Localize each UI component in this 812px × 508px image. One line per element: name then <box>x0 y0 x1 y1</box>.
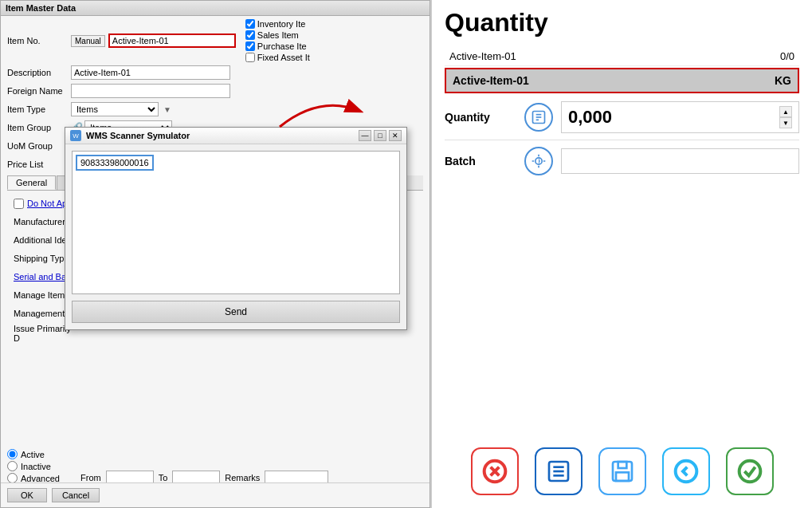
quantity-value: 0,000 <box>568 107 612 128</box>
status-inactive-row: Inactive <box>7 461 60 471</box>
fixed-asset-row: Fixed Asset It <box>245 53 310 62</box>
save-action-button[interactable] <box>598 447 646 495</box>
item-master-panel: Item Master Data Item No. Manual Invento… <box>0 0 430 508</box>
quantity-label: Quantity <box>445 111 524 124</box>
ok-button[interactable]: OK <box>7 488 47 502</box>
description-label: Description <box>7 68 71 77</box>
inventory-item-checkbox[interactable] <box>245 19 255 29</box>
dropdown-arrow-icon: ▼ <box>163 105 171 114</box>
item-name-1: Active-Item-01 <box>449 50 516 62</box>
cancel-action-button[interactable] <box>471 447 519 495</box>
quantity-value-box[interactable]: 0,000 ▲ ▼ <box>561 101 799 133</box>
price-list-label: Price List <box>7 159 71 169</box>
status-advanced-label: Advanced <box>21 474 60 483</box>
status-inactive-label: Inactive <box>21 462 51 471</box>
wms-content: 90833398000016 Send <box>65 144 406 329</box>
confirm-action-button[interactable] <box>726 447 774 495</box>
quantity-spinners: ▲ ▼ <box>779 106 792 128</box>
cancel-button[interactable]: Cancel <box>52 488 100 502</box>
foreign-name-input[interactable] <box>71 84 230 98</box>
bottom-buttons: OK Cancel <box>1 482 430 507</box>
quantity-row: Quantity 0,000 ▲ ▼ <box>445 101 799 140</box>
quantity-spin-down[interactable]: ▼ <box>779 117 792 128</box>
inventory-item-row: Inventory Ite <box>245 19 310 29</box>
status-active-label: Active <box>21 450 45 459</box>
svg-point-16 <box>675 461 696 482</box>
wms-scanner-input-value: 90833398000016 <box>76 155 154 171</box>
fixed-asset-checkbox[interactable] <box>245 53 255 62</box>
description-row: Description <box>7 65 423 81</box>
tab-general[interactable]: General <box>7 175 56 190</box>
purchase-item-label: Purchase Ite <box>257 41 307 51</box>
bottom-action-bar <box>432 447 812 495</box>
wms-scanner-dialog: W WMS Scanner Symulator — □ ✕ 9083339800… <box>65 127 407 330</box>
quantity-panel: Quantity Active-Item-01 0/0 Active-Item-… <box>430 0 812 508</box>
back-action-button[interactable] <box>662 447 710 495</box>
item-qty-1: 0/0 <box>780 50 794 62</box>
item-type-select[interactable]: Items <box>71 102 159 116</box>
remarks-label: Remarks <box>225 473 260 482</box>
item-no-row: Item No. Manual Inventory Ite Sales Item… <box>7 19 423 62</box>
wms-title-bar: W WMS Scanner Symulator — □ ✕ <box>65 128 406 144</box>
status-active-radio[interactable] <box>7 449 18 459</box>
inventory-item-label: Inventory Ite <box>257 19 306 29</box>
batch-input[interactable] <box>561 148 799 174</box>
sales-item-label: Sales Item <box>257 30 299 40</box>
item-no-label: Item No. <box>7 36 71 45</box>
sales-item-checkbox[interactable] <box>245 30 255 40</box>
panel-title: Item Master Data <box>1 1 430 16</box>
wms-close-button[interactable]: ✕ <box>389 130 402 141</box>
batch-label: Batch <box>445 155 524 167</box>
manual-badge: Manual <box>71 35 105 47</box>
to-label: To <box>159 473 168 482</box>
item-unit-2: KG <box>775 74 791 87</box>
item-group-label: Item Group <box>7 123 71 132</box>
sales-item-row: Sales Item <box>245 30 310 40</box>
svg-rect-15 <box>616 472 629 481</box>
wms-title-icon: W <box>70 130 81 141</box>
foreign-name-label: Foreign Name <box>7 86 71 96</box>
wms-textarea-area[interactable]: 90833398000016 <box>72 151 400 294</box>
purchase-item-checkbox[interactable] <box>245 41 255 51</box>
quantity-calculator-button[interactable] <box>524 103 553 132</box>
item-no-input[interactable] <box>108 33 236 48</box>
quantity-spin-up[interactable]: ▲ <box>779 106 792 117</box>
item-type-label: Item Type <box>7 104 71 114</box>
svg-point-17 <box>739 461 760 482</box>
purchase-item-row: Purchase Ite <box>245 41 310 51</box>
fixed-asset-label: Fixed Asset It <box>257 53 310 62</box>
foreign-name-row: Foreign Name <box>7 83 423 99</box>
description-input[interactable] <box>71 65 230 80</box>
item-row-2: Active-Item-01 KG <box>445 68 799 93</box>
do-not-apply-checkbox[interactable] <box>14 199 24 209</box>
batch-row: Batch <box>445 147 799 182</box>
list-action-button[interactable] <box>535 447 583 495</box>
status-area: Active Inactive Advanced <box>7 449 60 483</box>
quantity-title: Quantity <box>445 8 799 37</box>
checkbox-group: Inventory Ite Sales Item Purchase Ite Fi… <box>245 19 310 62</box>
wms-title-controls: — □ ✕ <box>359 130 402 141</box>
status-inactive-radio[interactable] <box>7 461 18 471</box>
wms-send-button[interactable]: Send <box>72 301 400 323</box>
uom-group-label: UoM Group <box>7 141 71 151</box>
item-name-2: Active-Item-01 <box>453 74 529 87</box>
status-active-row: Active <box>7 449 60 459</box>
batch-scan-button[interactable] <box>524 147 553 175</box>
item-type-row: Item Type Items ▼ <box>7 101 423 117</box>
wms-dialog-title: WMS Scanner Symulator <box>86 131 354 140</box>
svg-rect-14 <box>618 462 626 468</box>
wms-restore-button[interactable]: □ <box>374 130 386 141</box>
from-label: From <box>80 473 101 482</box>
item-row-1: Active-Item-01 0/0 <box>445 47 799 66</box>
wms-minimize-button[interactable]: — <box>359 130 371 141</box>
